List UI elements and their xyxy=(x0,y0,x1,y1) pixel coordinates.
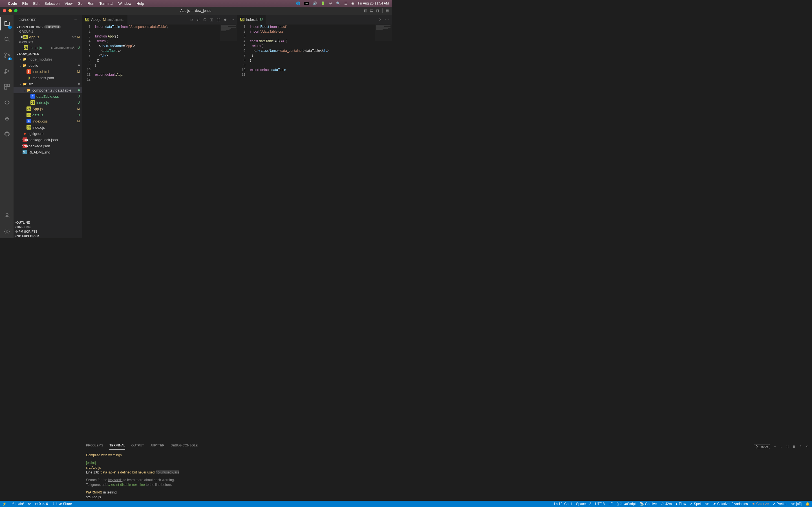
minimap[interactable] xyxy=(375,24,392,41)
svg-point-1 xyxy=(5,53,6,54)
search-icon[interactable]: 🔍 xyxy=(336,1,340,5)
menu-file[interactable]: File xyxy=(22,1,28,6)
folder-public[interactable]: ⌄📂public xyxy=(13,62,82,68)
file-src-index-js[interactable]: JSindex.js xyxy=(13,124,82,130)
editor-more-icon[interactable]: ⋯ xyxy=(231,17,234,22)
svg-point-0 xyxy=(5,37,8,41)
folder-node-modules[interactable]: ›📁node_modules xyxy=(13,56,82,62)
file-index-html[interactable]: 5index.htmlM xyxy=(13,68,82,75)
file-datatable-css[interactable]: #dataTable.cssU xyxy=(13,93,82,100)
layout-panel-bottom-icon[interactable]: ⬓ xyxy=(370,8,373,13)
js-icon: JS xyxy=(31,100,35,105)
css-icon: # xyxy=(27,119,31,123)
menu-terminal[interactable]: Terminal xyxy=(100,1,113,6)
modified-dot-icon xyxy=(78,83,80,85)
activity-run-debug[interactable] xyxy=(0,64,13,78)
file-app-js[interactable]: JSApp.jsM xyxy=(13,106,82,112)
mac-menubar: Code File Edit Selection View Go Run Ter… xyxy=(0,0,392,7)
js-icon: JS xyxy=(240,18,245,21)
zip-explorer-section[interactable]: ›ZIP EXPLORER xyxy=(13,234,82,238)
editor-pane-left: JS App.js M src/App.js/... ▷ ⇄ ⬡ ◫ ▯▯ ● … xyxy=(82,15,237,238)
siri-icon[interactable]: ◉ xyxy=(351,1,354,5)
activity-github[interactable] xyxy=(0,127,13,141)
split-icon[interactable]: ◫ xyxy=(210,17,213,22)
js-icon: JS xyxy=(23,35,28,39)
js-icon: JS xyxy=(27,113,31,117)
tab-app-js[interactable]: JS App.js M src/App.js/... xyxy=(82,15,128,24)
window-title: App.js — dow_jones xyxy=(181,9,211,13)
file-manifest-json[interactable]: {}manifest.json xyxy=(13,75,82,81)
open-editor-index-js[interactable]: JS index.js src/components/... U xyxy=(13,45,82,51)
activity-explorer[interactable]: 1 xyxy=(0,17,13,31)
activity-accounts[interactable] xyxy=(0,209,13,223)
menu-selection[interactable]: Selection xyxy=(45,1,59,6)
globe-icon[interactable]: 🌐 xyxy=(296,1,300,5)
layout-panel-left-icon[interactable]: ◧ xyxy=(364,8,367,13)
editor-more-icon[interactable]: ⋯ xyxy=(385,17,389,22)
activity-extensions[interactable] xyxy=(0,80,13,94)
unsaved-count: 1 unsaved xyxy=(44,25,61,29)
folder-icon: 📁 xyxy=(22,57,27,61)
svg-point-4 xyxy=(4,72,6,73)
file-gitignore[interactable]: ◆.gitignore xyxy=(13,130,82,136)
open-editors-section[interactable]: ⌄OPEN EDITORS 1 unsaved xyxy=(13,24,82,29)
file-datatable-index-js[interactable]: JSindex.jsU xyxy=(13,100,82,106)
diff-icon[interactable]: ⇄ xyxy=(197,17,200,22)
layout-customize-icon[interactable]: ▦ xyxy=(386,8,389,13)
code-editor-left[interactable]: 123456789101112 import dataTable from ".… xyxy=(82,24,237,238)
npm-icon: npm xyxy=(22,144,27,148)
js-icon: JS xyxy=(27,107,31,111)
app-name[interactable]: Code xyxy=(8,1,17,6)
volume-icon[interactable]: 🔊 xyxy=(313,1,317,5)
json-icon: {} xyxy=(27,75,31,80)
clock[interactable]: Fri Aug 26 11:54 AM xyxy=(358,1,389,5)
tab-index-js[interactable]: JS index.js U xyxy=(237,15,266,24)
folder-src[interactable]: ⌄📂src xyxy=(13,81,82,87)
file-package-lock[interactable]: npmpackage-lock.json xyxy=(13,136,82,143)
battery-icon[interactable]: 🔋 xyxy=(321,1,325,5)
menu-edit[interactable]: Edit xyxy=(33,1,39,6)
js-icon: JS xyxy=(27,125,31,129)
minimap[interactable] xyxy=(220,24,237,41)
file-package-json[interactable]: npmpackage.json xyxy=(13,143,82,149)
activity-bar: 1 6 xyxy=(0,15,13,238)
activity-remote[interactable] xyxy=(0,96,13,109)
close-tab-icon[interactable]: ✕ xyxy=(378,17,382,22)
window-minimize-button[interactable] xyxy=(8,9,12,12)
activity-search[interactable] xyxy=(0,33,13,46)
folder-icon: 📂 xyxy=(22,82,27,86)
file-data-js[interactable]: JSdata.jsU xyxy=(13,112,82,118)
window-close-button[interactable] xyxy=(3,9,6,12)
outline-section[interactable]: ›OUTLINE xyxy=(13,220,82,225)
timeline-section[interactable]: ›TIMELINE xyxy=(13,225,82,229)
copilot-icon[interactable]: ⬡ xyxy=(203,17,206,22)
folder-components-datatable[interactable]: ⌄📂components / dataTable xyxy=(13,87,82,93)
line-gutter: 123456789101112 xyxy=(82,24,95,238)
activity-settings[interactable] xyxy=(0,225,13,238)
menu-help[interactable]: Help xyxy=(137,1,144,6)
loop-icon[interactable]: ♾ xyxy=(329,1,332,5)
line-gutter: 1234567891011 xyxy=(237,24,250,238)
svg-point-8 xyxy=(5,117,7,119)
menu-window[interactable]: Window xyxy=(118,1,132,6)
activity-source-control[interactable]: 6 xyxy=(0,48,13,62)
layout-panel-right-icon[interactable]: ◨ xyxy=(376,8,379,13)
control-center-icon[interactable]: ☰ xyxy=(344,1,347,5)
split-editor-icon[interactable]: ▯▯ xyxy=(216,17,220,22)
run-icon[interactable]: ▷ xyxy=(191,17,193,22)
window-maximize-button[interactable] xyxy=(14,9,17,12)
project-section[interactable]: ⌄DOW_JONES xyxy=(13,51,82,56)
code-editor-right[interactable]: 1234567891011 import React from 'react'i… xyxy=(237,24,392,238)
npm-scripts-section[interactable]: ›NPM SCRIPTS xyxy=(13,229,82,234)
open-editor-app-js[interactable]: ● JS App.js src M xyxy=(13,34,82,40)
usb-icon[interactable]: ⟜ xyxy=(304,2,309,5)
menu-view[interactable]: View xyxy=(64,1,72,6)
svg-point-3 xyxy=(8,55,10,56)
file-index-css[interactable]: #index.cssM xyxy=(13,118,82,124)
menu-go[interactable]: Go xyxy=(78,1,82,6)
explorer-more-icon[interactable]: ⋯ xyxy=(74,18,77,21)
file-readme[interactable]: M↓README.md xyxy=(13,149,82,155)
activity-copilot[interactable] xyxy=(0,112,13,125)
menu-run[interactable]: Run xyxy=(88,1,94,6)
git-icon: ◆ xyxy=(22,131,27,136)
